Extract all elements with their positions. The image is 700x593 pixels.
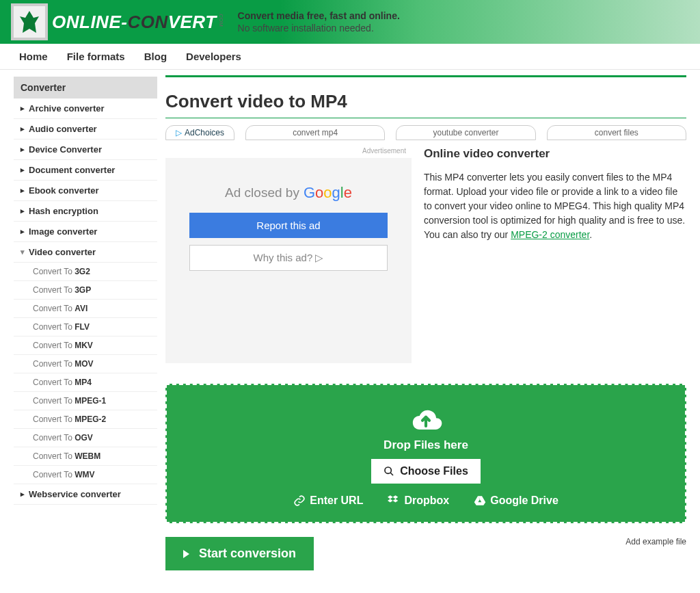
source-row: Enter URL Dropbox Google Drive [293,495,558,507]
sidebar-category[interactable]: Audio converter [14,119,157,140]
logo-text: ONLINE-CONVERT [52,12,217,33]
sidebar-subitem[interactable]: Convert To AVI [14,300,157,318]
sidebar-subitem[interactable]: Convert To OGV [14,429,157,447]
sidebar-category[interactable]: Video converter [14,242,157,263]
sidebar-subitem[interactable]: Convert To MKV [14,337,157,355]
tagline: Convert media free, fast and online. No … [238,10,400,34]
logo-suffix: .COM [218,12,224,27]
sidebar-subitem[interactable]: Convert To 3GP [14,281,157,300]
google-drive-label: Google Drive [490,495,558,507]
sidebar-category[interactable]: Ebook converter [14,181,157,201]
report-ad-button[interactable]: Report this ad [189,213,388,238]
tagline-bold: Convert media free, fast and online. [238,10,400,21]
adchoices-icon: ▷ [176,128,182,137]
start-conversion-label: Start conversion [199,546,296,561]
cloud-upload-icon [407,406,445,433]
sidebar-subitem[interactable]: Convert To WMV [14,466,157,484]
sidebar-subitem[interactable]: Convert To WEBM [14,447,157,466]
sidebar-category[interactable]: Device Converter [14,140,157,160]
adlink-1[interactable]: convert mp4 [245,125,385,140]
sidebar: Converter Archive converterAudio convert… [14,77,157,570]
adchoices-label: AdChoices [185,128,224,137]
main-content: Convert video to MP4 ▷ AdChoices convert… [165,75,686,570]
page-title: Convert video to MP4 [165,91,686,118]
drop-label: Drop Files here [383,438,468,452]
ad-closed-prefix: Ad closed by [225,185,299,200]
description-heading: Online video converter [424,147,686,161]
svg-point-0 [385,467,391,473]
sidebar-subitem[interactable]: Convert To FLV [14,318,157,337]
nav-home[interactable]: Home [19,51,48,62]
google-drive-option[interactable]: Google Drive [474,495,558,507]
description-column: Online video converter This MP4 converte… [424,147,686,363]
sidebar-subitem[interactable]: Convert To MP4 [14,373,157,392]
sidebar-category[interactable]: Archive converter [14,98,157,119]
description-after-link: . [589,229,592,240]
site-header: ONLINE-CONVERT .COM Convert media free, … [0,0,700,44]
choose-files-button[interactable]: Choose Files [371,459,481,484]
file-dropzone[interactable]: Drop Files here Choose Files Enter URL D… [165,384,686,523]
logo-word-1: ONLINE- [52,12,127,32]
top-nav: Home File formats Blog Developers [0,44,700,70]
start-conversion-button[interactable]: Start conversion [165,537,314,570]
search-icon [383,466,394,477]
sidebar-category[interactable]: Image converter [14,222,157,242]
adchoices-link[interactable]: ▷ AdChoices [165,125,234,140]
sidebar-category[interactable]: Document converter [14,160,157,181]
tagline-sub: No software installation needed. [238,23,374,34]
sidebar-subitem[interactable]: Convert To MOV [14,355,157,373]
google-drive-icon [474,495,486,507]
sidebar-category[interactable]: Hash encryption [14,201,157,222]
dropbox-icon [388,495,400,507]
link-icon [293,495,306,507]
sidebar-subitem[interactable]: Convert To MPEG-2 [14,410,157,429]
sidebar-subitem[interactable]: Convert To MPEG-1 [14,392,157,410]
logo-word-3: VERT [168,12,217,32]
adlink-3[interactable]: convert files [547,125,686,140]
ad-label: Advertisement [362,147,406,155]
sidebar-header: Converter [14,77,157,98]
sidebar-category[interactable]: Webservice converter [14,484,157,505]
dropbox-label: Dropbox [404,495,449,507]
dropbox-option[interactable]: Dropbox [388,495,449,507]
ad-box: Advertisement Ad closed by Google Report… [165,158,412,363]
add-example-file-link[interactable]: Add example file [625,537,686,546]
logo-icon [11,3,48,40]
mpeg2-converter-link[interactable]: MPEG-2 converter [511,229,589,240]
nav-file-formats[interactable]: File formats [67,51,125,62]
svg-line-1 [390,473,393,475]
choose-files-label: Choose Files [400,465,468,477]
why-this-ad-button[interactable]: Why this ad? ▷ [189,245,388,271]
google-logo-text: Google [304,184,352,202]
sidebar-subitem[interactable]: Convert To 3G2 [14,263,157,281]
nav-blog[interactable]: Blog [144,51,167,62]
adlink-2[interactable]: youtube converter [396,125,535,140]
nav-developers[interactable]: Developers [186,51,241,62]
description-text: This MP4 converter lets you easily conve… [424,170,686,242]
enter-url-label: Enter URL [310,495,363,507]
logo-word-2: CON [127,12,167,32]
adlinks-row: ▷ AdChoices convert mp4 youtube converte… [165,125,686,140]
enter-url-option[interactable]: Enter URL [293,495,363,507]
ad-closed-text: Ad closed by Google [225,184,352,202]
